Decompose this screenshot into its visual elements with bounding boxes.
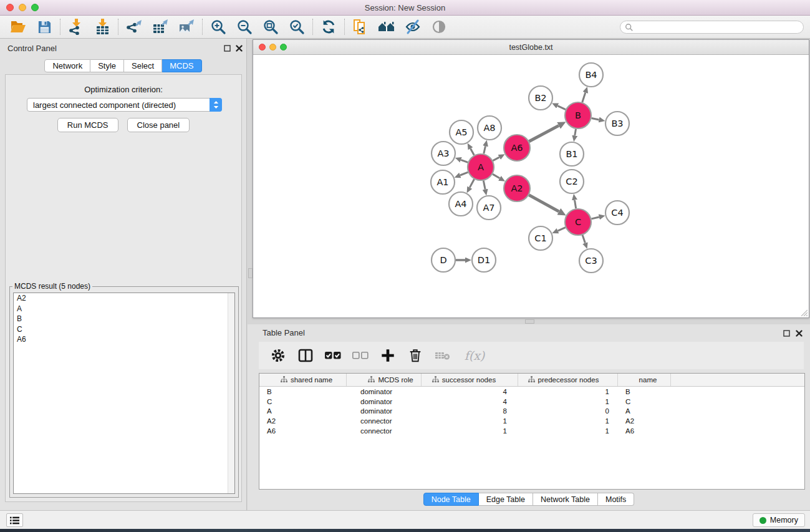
graph-edge-A2-C[interactable] — [529, 195, 559, 211]
close-table-panel-icon[interactable] — [794, 329, 803, 337]
table-cell[interactable]: A2 — [618, 417, 671, 425]
splitter-handle-vertical[interactable] — [248, 268, 253, 278]
graph-edge-B-B3[interactable] — [592, 118, 599, 119]
zoom-out-icon[interactable] — [234, 17, 255, 36]
table-row[interactable]: Bdominator41B — [259, 387, 804, 397]
table-cell[interactable]: 4 — [422, 398, 518, 405]
graph-edge-A-A3[interactable] — [461, 160, 468, 162]
column-view-icon[interactable] — [296, 346, 315, 365]
graph-node-B3[interactable]: B3 — [605, 112, 629, 135]
table-cell[interactable]: 1 — [518, 427, 618, 435]
table-cell[interactable]: dominator — [347, 388, 422, 395]
graph-edge-A-A8[interactable] — [484, 146, 486, 153]
graph-edge-A-A5[interactable] — [471, 148, 475, 155]
maximize-network-icon[interactable] — [280, 44, 287, 51]
mcds-result-item[interactable]: A6 — [14, 334, 234, 345]
graph-node-D[interactable]: D — [432, 248, 455, 272]
first-neighbors-icon[interactable] — [376, 17, 397, 36]
column-header-MCDS-role[interactable]: MCDS role — [347, 374, 422, 386]
import-network-icon[interactable] — [65, 17, 87, 36]
close-network-icon[interactable] — [259, 44, 266, 51]
graph-node-D1[interactable]: D1 — [472, 248, 496, 272]
table-row[interactable]: A2connector11A2 — [259, 416, 804, 426]
tab-style[interactable]: Style — [90, 59, 124, 72]
graph-edge-B-B4[interactable] — [582, 93, 586, 103]
task-history-button[interactable] — [6, 513, 23, 527]
graph-edge-B-B1[interactable] — [575, 129, 576, 136]
minimize-network-icon[interactable] — [269, 44, 276, 51]
minimize-window-icon[interactable] — [19, 4, 26, 11]
zoom-fit-icon[interactable] — [260, 17, 281, 36]
table-row[interactable]: Cdominator41C — [259, 397, 804, 407]
search-field[interactable] — [620, 21, 804, 34]
run-mcds-button[interactable]: Run MCDS — [57, 118, 118, 132]
import-table-icon[interactable] — [92, 17, 113, 36]
optimization-criterion-select[interactable]: largest connected component (directed) — [27, 98, 222, 112]
table-cell[interactable]: dominator — [347, 398, 422, 405]
table-cell[interactable]: A2 — [259, 417, 347, 425]
table-row[interactable]: Adominator80A — [259, 407, 804, 417]
close-window-icon[interactable] — [6, 4, 14, 11]
graph-node-C2[interactable]: C2 — [560, 170, 584, 193]
graph-node-B1[interactable]: B1 — [560, 142, 584, 166]
hide-selected-icon[interactable] — [402, 17, 423, 36]
graph-node-A7[interactable]: A7 — [477, 196, 501, 220]
table-cell[interactable]: connector — [347, 427, 422, 435]
export-network-icon[interactable] — [123, 17, 145, 36]
column-header-predecessor-nodes[interactable]: predecessor nodes — [518, 374, 618, 386]
clone-network-icon[interactable] — [350, 17, 371, 36]
export-image-icon[interactable] — [176, 17, 197, 36]
mcds-result-item[interactable]: B — [14, 314, 234, 324]
graph-edge-C-C3[interactable] — [582, 235, 585, 243]
tab-edge-table[interactable]: Edge Table — [479, 493, 533, 506]
memory-button[interactable]: Memory — [753, 513, 805, 527]
show-all-icon[interactable] — [428, 17, 450, 36]
graph-edge-A6-B[interactable] — [529, 125, 559, 141]
graph-node-A4[interactable]: A4 — [449, 192, 473, 216]
graph-edge-B-B2[interactable] — [557, 106, 566, 110]
table-cell[interactable]: 4 — [422, 388, 518, 395]
float-panel-icon[interactable] — [223, 44, 231, 52]
table-cell[interactable]: 1 — [518, 398, 618, 405]
tab-select[interactable]: Select — [124, 59, 162, 72]
save-session-icon[interactable] — [34, 17, 55, 36]
mcds-result-item[interactable]: A2 — [14, 293, 234, 304]
graph-node-A2[interactable]: A2 — [504, 175, 530, 201]
graph-node-C3[interactable]: C3 — [579, 249, 603, 273]
table-body[interactable]: Bdominator41BCdominator41CAdominator80AA… — [259, 387, 804, 436]
table-header-row[interactable]: shared nameMCDS rolesuccessor nodesprede… — [259, 374, 804, 387]
graph-edge-C-C4[interactable] — [591, 217, 599, 219]
network-window-titlebar[interactable]: testGlobe.txt — [253, 40, 809, 55]
mcds-result-item[interactable]: C — [14, 324, 234, 335]
column-header-name[interactable]: name — [618, 374, 671, 386]
tab-node-table[interactable]: Node Table — [423, 493, 479, 506]
column-header-shared-name[interactable]: shared name — [259, 374, 347, 386]
graph-node-C4[interactable]: C4 — [605, 201, 629, 225]
close-panel-icon[interactable] — [234, 44, 243, 52]
table-cell[interactable]: 0 — [518, 407, 618, 415]
graph-node-C[interactable]: C — [565, 209, 591, 235]
scrollbar-track[interactable] — [228, 293, 234, 493]
table-cell[interactable]: 1 — [518, 388, 618, 395]
column-header-successor-nodes[interactable]: successor nodes — [422, 374, 518, 386]
settings-gear-icon[interactable] — [269, 346, 287, 365]
resize-grip-icon[interactable] — [800, 309, 808, 316]
table-cell[interactable]: A — [259, 407, 347, 415]
tab-mcds[interactable]: MCDS — [162, 59, 201, 72]
graph-node-A6[interactable]: A6 — [504, 135, 530, 161]
network-graph[interactable]: AA1A2A3A4A5A6A7A8BB1B2B3B4CC1C2C3C4DD1 — [253, 55, 809, 317]
maximize-window-icon[interactable] — [31, 4, 39, 11]
table-row[interactable]: A6connector11A6 — [259, 426, 804, 436]
table-cell[interactable]: connector — [347, 417, 422, 425]
graph-node-B[interactable]: B — [565, 102, 591, 128]
tab-network-table[interactable]: Network Table — [533, 493, 598, 506]
table-cell[interactable]: 1 — [422, 417, 518, 425]
graph-node-A1[interactable]: A1 — [431, 170, 455, 194]
tab-network[interactable]: Network — [44, 59, 90, 72]
select-all-icon[interactable] — [324, 346, 342, 365]
graph-edge-A-A6[interactable] — [493, 157, 499, 161]
table-cell[interactable]: 8 — [422, 407, 518, 415]
zoom-selected-icon[interactable] — [286, 17, 307, 36]
graph-edge-A-A7[interactable] — [483, 181, 485, 190]
table-cell[interactable]: dominator — [347, 407, 422, 415]
